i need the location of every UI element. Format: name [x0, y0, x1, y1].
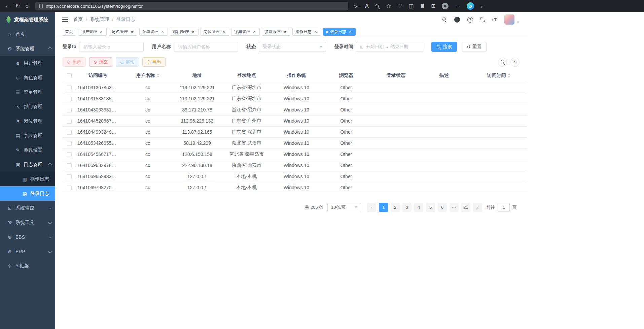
- row-checkbox[interactable]: [67, 108, 72, 112]
- bing-icon[interactable]: b: [467, 2, 474, 10]
- close-tab-icon[interactable]: ×: [221, 30, 226, 34]
- favorites-icon[interactable]: ☆: [386, 3, 391, 9]
- table-row[interactable]: 1641069798270046208 cc 127.0.0.1 本地-本机 W…: [63, 182, 527, 193]
- sidebar-item[interactable]: ✎ 参数设置: [0, 143, 55, 157]
- row-checkbox[interactable]: [67, 130, 72, 135]
- row-checkbox[interactable]: [67, 186, 72, 190]
- help-icon[interactable]: ?: [467, 17, 473, 23]
- view-tab[interactable]: 字典管理 ×: [231, 28, 260, 36]
- row-checkbox[interactable]: [67, 141, 72, 146]
- site-info-icon[interactable]: [39, 4, 43, 8]
- view-tab[interactable]: 登录日志 ×: [323, 28, 356, 36]
- row-checkbox[interactable]: [67, 97, 72, 101]
- sidebar-item[interactable]: ⚑ 岗位管理: [0, 114, 55, 128]
- search-icon[interactable]: [442, 17, 447, 22]
- breadcrumb-item[interactable]: 系统管理: [90, 17, 109, 23]
- page-number-button[interactable]: •••: [450, 203, 459, 212]
- sidebar-item[interactable]: ✈ Yi框架: [0, 259, 55, 273]
- toggle-search-button[interactable]: [498, 58, 507, 67]
- sidebar-item[interactable]: ▤ 字典管理: [0, 128, 55, 143]
- read-aloud-icon[interactable]: A: [365, 3, 369, 9]
- table-row[interactable]: 1641059633978281984 cc 222.90.130.18 陕西省…: [63, 160, 527, 171]
- sidebar-item[interactable]: ☰ 菜单管理: [0, 85, 55, 99]
- favorites-hub-icon[interactable]: ≣: [420, 3, 425, 9]
- login-ip-input[interactable]: [79, 42, 144, 52]
- sidebar-item[interactable]: ⚙ 系统管理: [0, 41, 55, 56]
- sidebar-item[interactable]: ☻ 用户管理: [0, 56, 55, 70]
- clear-button[interactable]: ⊘ 清空: [89, 57, 112, 67]
- view-tab[interactable]: 菜单管理 ×: [139, 28, 168, 36]
- breadcrumb-item[interactable]: 首页: [73, 17, 83, 23]
- column-header[interactable]: 访问编号: [76, 69, 120, 82]
- view-tab[interactable]: 参数设置 ×: [262, 28, 290, 36]
- hamburger-icon[interactable]: [62, 18, 68, 22]
- search-button[interactable]: 搜索: [431, 42, 457, 52]
- page-number-button[interactable]: 5: [426, 203, 435, 212]
- view-tab[interactable]: 角色管理 ×: [109, 28, 137, 36]
- zoom-icon[interactable]: [375, 4, 380, 8]
- status-select[interactable]: 登录状态: [259, 42, 326, 52]
- column-header[interactable]: 登录地点: [219, 69, 275, 82]
- export-button[interactable]: ⇩ 导出: [142, 57, 166, 67]
- sidebar-item[interactable]: ☺ 角色管理: [0, 70, 55, 85]
- page-number-button[interactable]: 1: [379, 203, 388, 212]
- avatar-caret-icon[interactable]: ▾: [517, 20, 519, 25]
- close-tab-icon[interactable]: ×: [130, 30, 134, 34]
- row-checkbox[interactable]: [67, 86, 72, 90]
- select-all-checkbox[interactable]: [67, 73, 72, 78]
- settings-dots-icon[interactable]: ⋯: [455, 3, 460, 9]
- username-input[interactable]: [174, 42, 238, 52]
- table-row[interactable]: 1641044520567181312 cc 112.96.225.132 广东…: [63, 115, 527, 126]
- user-avatar[interactable]: [504, 14, 514, 25]
- view-tab[interactable]: 部门管理 ×: [170, 28, 199, 36]
- next-page-button[interactable]: ›: [473, 203, 482, 212]
- sidebar-item[interactable]: ⌂ 首页: [0, 27, 55, 41]
- table-row[interactable]: 1641044993248464896 cc 113.87.92.165 广东省…: [63, 126, 527, 137]
- close-tab-icon[interactable]: ×: [99, 30, 104, 34]
- sidebar-item[interactable]: ▥ 操作日志: [0, 172, 55, 186]
- column-header[interactable]: 操作系统: [275, 69, 318, 82]
- github-icon[interactable]: [454, 17, 460, 23]
- prev-page-button[interactable]: ‹: [367, 203, 376, 212]
- table-row[interactable]: 1641031367863177216 cc 113.102.129.221 广…: [63, 82, 527, 93]
- reset-button[interactable]: ↺ 重置: [462, 42, 487, 52]
- breadcrumb-item[interactable]: 登录日志: [116, 17, 135, 23]
- refresh-table-button[interactable]: ↻: [510, 58, 520, 67]
- sidebar-item[interactable]: ⊡ 系统监控: [0, 201, 55, 215]
- profile-icon[interactable]: ☻: [442, 3, 449, 9]
- close-tab-icon[interactable]: ×: [313, 30, 318, 34]
- close-tab-icon[interactable]: ×: [252, 30, 257, 34]
- table-row[interactable]: 1641053426655825920 cc 58.19.42.209 湖北省-…: [63, 137, 527, 149]
- sidebar-item[interactable]: ⊛ ERP: [0, 244, 55, 259]
- browser-essentials-icon[interactable]: ♡: [397, 3, 402, 9]
- page-number-button[interactable]: 21: [461, 203, 470, 212]
- delete-button[interactable]: ⊗ 删除: [63, 57, 86, 67]
- sidebar-item[interactable]: ⌥ 部门管理: [0, 99, 55, 114]
- back-icon[interactable]: ←: [5, 3, 10, 9]
- login-time-range-picker[interactable]: ⊞ 开始日期 - 结束日期: [356, 42, 423, 52]
- page-number-button[interactable]: 2: [391, 203, 400, 212]
- column-header[interactable]: 地址: [176, 69, 219, 82]
- table-row[interactable]: 1641031533185863680 cc 113.102.129.221 广…: [63, 93, 527, 104]
- split-screen-icon[interactable]: ◫: [408, 3, 414, 9]
- sidebar-item[interactable]: ▣ 日志管理: [0, 157, 55, 172]
- page-number-button[interactable]: 3: [402, 203, 412, 212]
- sidebar-item[interactable]: ▦ 登录日志: [0, 186, 55, 201]
- close-tab-icon[interactable]: ×: [191, 30, 195, 34]
- row-checkbox[interactable]: [67, 163, 72, 168]
- view-tab[interactable]: 岗位管理 ×: [201, 28, 229, 36]
- column-header[interactable]: 访问时间: [470, 69, 527, 82]
- view-tab[interactable]: 操作日志 ×: [292, 28, 321, 36]
- row-checkbox[interactable]: [67, 119, 72, 124]
- page-number-button[interactable]: 6: [438, 203, 447, 212]
- close-tab-icon[interactable]: ×: [160, 30, 165, 34]
- app-logo[interactable]: 意框架管理系统: [0, 12, 55, 27]
- row-checkbox[interactable]: [67, 152, 72, 157]
- sort-icon[interactable]: [508, 73, 510, 77]
- row-checkbox[interactable]: [67, 174, 72, 179]
- view-tab[interactable]: 用户管理 ×: [78, 28, 107, 36]
- address-bar[interactable]: https://ccnetcore.com:1101/system/log/lo…: [35, 2, 348, 10]
- table-row[interactable]: 1641043063331753984 cc 39.171.210.78 浙江省…: [63, 104, 527, 115]
- close-tab-icon[interactable]: ×: [348, 30, 353, 34]
- sort-icon[interactable]: [157, 73, 159, 77]
